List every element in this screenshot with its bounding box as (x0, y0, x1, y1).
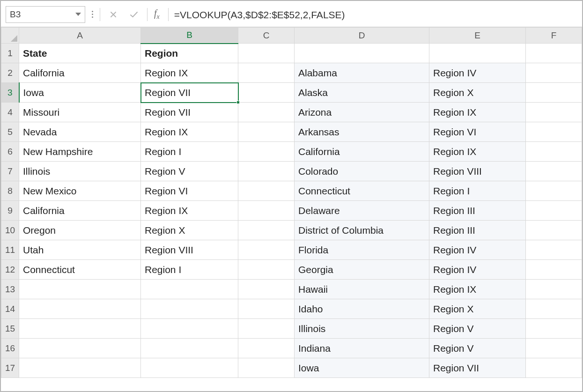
cell-C8[interactable] (238, 181, 295, 201)
cell-C5[interactable] (238, 122, 295, 142)
cell-B12[interactable]: Region I (141, 260, 238, 280)
cell-C9[interactable] (238, 201, 295, 221)
row-header[interactable]: 14 (1, 299, 19, 319)
cell-D5[interactable]: Arkansas (295, 122, 429, 142)
cell-C14[interactable] (238, 299, 295, 319)
cell-B5[interactable]: Region IX (141, 122, 238, 142)
cell-C12[interactable] (238, 260, 295, 280)
cell-F14[interactable] (526, 299, 582, 319)
cell-A3[interactable]: Iowa (19, 83, 141, 103)
cell-F3[interactable] (526, 83, 582, 103)
cell-E9[interactable]: Region III (429, 201, 526, 221)
cell-E14[interactable]: Region X (429, 299, 526, 319)
cancel-formula-button[interactable] (106, 7, 121, 22)
cell-D11[interactable]: Florida (295, 240, 429, 260)
cell-E8[interactable]: Region I (429, 181, 526, 201)
cell-B15[interactable] (141, 319, 238, 339)
cell-B3[interactable]: Region VII (141, 83, 238, 103)
cell-C10[interactable] (238, 221, 295, 240)
row-header[interactable]: 10 (1, 221, 19, 240)
cell-D14[interactable]: Idaho (295, 299, 429, 319)
cell-E17[interactable]: Region VII (429, 358, 526, 378)
cell-E3[interactable]: Region X (429, 83, 526, 103)
cell-D12[interactable]: Georgia (295, 260, 429, 280)
cell-D8[interactable]: Connecticut (295, 181, 429, 201)
cell-F8[interactable] (526, 181, 582, 201)
cell-E11[interactable]: Region IV (429, 240, 526, 260)
cell-B10[interactable]: Region X (141, 221, 238, 240)
cell-D4[interactable]: Arizona (295, 103, 429, 122)
drag-handle-icon[interactable] (91, 11, 94, 18)
cell-E6[interactable]: Region IX (429, 142, 526, 162)
cell-A13[interactable] (19, 280, 141, 299)
cell-E10[interactable]: Region III (429, 221, 526, 240)
cell-E12[interactable]: Region IV (429, 260, 526, 280)
cell-E16[interactable]: Region V (429, 339, 526, 358)
row-header[interactable]: 16 (1, 339, 19, 358)
cell-F2[interactable] (526, 63, 582, 83)
cell-F7[interactable] (526, 162, 582, 181)
cell-C17[interactable] (238, 358, 295, 378)
cell-F6[interactable] (526, 142, 582, 162)
cell-D15[interactable]: Illinois (295, 319, 429, 339)
column-header-A[interactable]: A (19, 28, 141, 44)
cell-A17[interactable] (19, 358, 141, 378)
column-header-B[interactable]: B (141, 28, 238, 44)
cell-D9[interactable]: Delaware (295, 201, 429, 221)
cell-B14[interactable] (141, 299, 238, 319)
cell-C7[interactable] (238, 162, 295, 181)
column-header-C[interactable]: C (238, 28, 295, 44)
cell-F17[interactable] (526, 358, 582, 378)
cell-C3[interactable] (238, 83, 295, 103)
cell-D3[interactable]: Alaska (295, 83, 429, 103)
cell-D2[interactable]: Alabama (295, 63, 429, 83)
cell-B16[interactable] (141, 339, 238, 358)
row-header[interactable]: 8 (1, 181, 19, 201)
cell-A8[interactable]: New Mexico (19, 181, 141, 201)
cell-A16[interactable] (19, 339, 141, 358)
column-header-F[interactable]: F (526, 28, 582, 44)
cell-F15[interactable] (526, 319, 582, 339)
select-all-corner[interactable] (1, 28, 19, 44)
cell-F11[interactable] (526, 240, 582, 260)
cell-D10[interactable]: District of Columbia (295, 221, 429, 240)
cell-A15[interactable] (19, 319, 141, 339)
cell-B6[interactable]: Region I (141, 142, 238, 162)
cell-A9[interactable]: California (19, 201, 141, 221)
cell-D1[interactable] (295, 44, 429, 63)
cell-A5[interactable]: Nevada (19, 122, 141, 142)
cell-B11[interactable]: Region VIII (141, 240, 238, 260)
cell-F13[interactable] (526, 280, 582, 299)
enter-formula-button[interactable] (126, 7, 141, 22)
cell-D6[interactable]: California (295, 142, 429, 162)
cell-C16[interactable] (238, 339, 295, 358)
cell-A14[interactable] (19, 299, 141, 319)
cell-C2[interactable] (238, 63, 295, 83)
cell-A10[interactable]: Oregon (19, 221, 141, 240)
cell-D13[interactable]: Hawaii (295, 280, 429, 299)
row-header[interactable]: 12 (1, 260, 19, 280)
cell-C11[interactable] (238, 240, 295, 260)
cell-E13[interactable]: Region IX (429, 280, 526, 299)
row-header[interactable]: 9 (1, 201, 19, 221)
cell-D7[interactable]: Colorado (295, 162, 429, 181)
worksheet-grid[interactable]: A B C D E F 1StateRegion2CaliforniaRegio… (1, 27, 582, 391)
cell-B17[interactable] (141, 358, 238, 378)
row-header[interactable]: 1 (1, 44, 19, 63)
row-header[interactable]: 11 (1, 240, 19, 260)
cell-D17[interactable]: Iowa (295, 358, 429, 378)
cell-F12[interactable] (526, 260, 582, 280)
cell-A4[interactable]: Missouri (19, 103, 141, 122)
cell-B9[interactable]: Region IX (141, 201, 238, 221)
cell-F10[interactable] (526, 221, 582, 240)
cell-E4[interactable]: Region IX (429, 103, 526, 122)
cell-B8[interactable]: Region VI (141, 181, 238, 201)
column-header-D[interactable]: D (295, 28, 429, 44)
cell-A11[interactable]: Utah (19, 240, 141, 260)
cell-E2[interactable]: Region IV (429, 63, 526, 83)
cell-F1[interactable] (526, 44, 582, 63)
cell-B4[interactable]: Region VII (141, 103, 238, 122)
cell-A12[interactable]: Connecticut (19, 260, 141, 280)
cell-C13[interactable] (238, 280, 295, 299)
row-header[interactable]: 5 (1, 122, 19, 142)
